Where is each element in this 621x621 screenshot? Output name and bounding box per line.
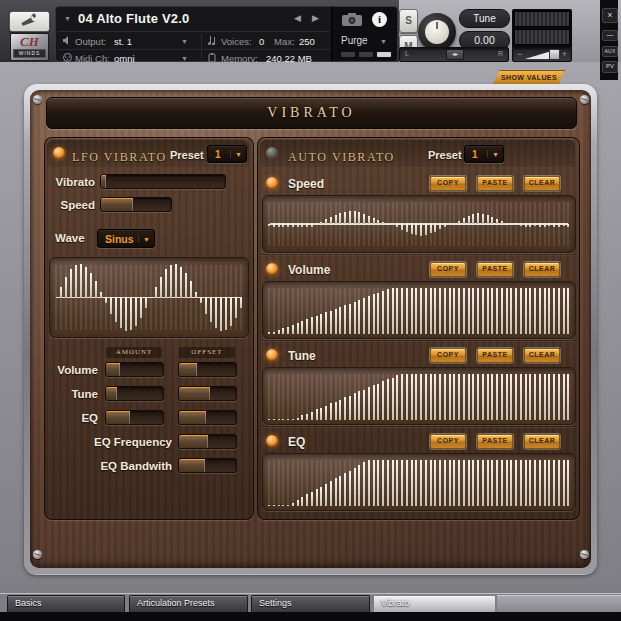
auto-tune-label: Tune	[288, 349, 316, 363]
status-led-2	[359, 52, 373, 57]
auto-preset-select[interactable]: 1 ▼	[464, 145, 504, 163]
eq-paste-button[interactable]: PASTE	[477, 434, 513, 449]
tab-rail-right	[497, 595, 621, 613]
lfo-power-led[interactable]	[53, 147, 65, 159]
close-button[interactable]: ×	[602, 8, 618, 23]
eq-amount-slider[interactable]	[105, 410, 164, 425]
camera-icon[interactable]	[342, 13, 362, 26]
speed-clear-button[interactable]: CLEAR	[524, 176, 560, 191]
auto-volume-led[interactable]	[266, 263, 278, 275]
lfo-vibrato-fill	[101, 175, 106, 188]
pv-button[interactable]: PV	[602, 61, 618, 73]
volume-amount-slider[interactable]	[105, 362, 164, 377]
offset-column-header: OFFSET	[179, 347, 235, 358]
auto-speed-table[interactable]	[262, 195, 576, 253]
lfo-vibrato-slider[interactable]	[100, 174, 226, 189]
minimize-button[interactable]: —	[602, 30, 618, 41]
tab-settings[interactable]: Settings	[251, 595, 370, 612]
eq-clear-button[interactable]: CLEAR	[524, 434, 560, 449]
fill	[179, 459, 205, 472]
instrument-dropdown-icon[interactable]: ▼	[64, 15, 71, 22]
tune-knob-pointer	[436, 22, 438, 29]
speed-paste-button[interactable]: PASTE	[477, 176, 513, 191]
volume-clear-button[interactable]: CLEAR	[524, 262, 560, 277]
auto-tune-waveform	[267, 371, 571, 421]
tune-label: Tune	[459, 9, 510, 28]
voices-icon	[208, 36, 218, 45]
wave-select[interactable]: Sinus ▼	[97, 229, 155, 248]
instrument-title: 04 Alto Flute V2.0	[78, 11, 189, 26]
auto-volume-waveform	[267, 285, 571, 335]
volume-offset-slider[interactable]	[178, 362, 237, 377]
fill	[179, 435, 208, 448]
auto-tune-led[interactable]	[266, 349, 278, 361]
volume-slider[interactable]: − +	[512, 47, 572, 62]
memory-icon	[208, 53, 216, 63]
lfo-speed-label: Speed	[40, 199, 95, 211]
tune-clear-button[interactable]: CLEAR	[524, 348, 560, 363]
output-value[interactable]: st. 1	[114, 36, 132, 47]
volume-handle[interactable]	[549, 49, 560, 60]
tab-basics[interactable]: Basics	[7, 595, 125, 612]
lfo-preset-select[interactable]: 1 ▼	[207, 145, 247, 163]
max-value[interactable]: 250	[299, 36, 315, 47]
auto-speed-waveform	[267, 199, 571, 249]
tab-vibrato[interactable]: Vibrato	[373, 595, 496, 612]
volume-copy-button[interactable]: COPY	[430, 262, 466, 277]
eq-frequency-slider[interactable]	[178, 434, 237, 449]
midi-ch-value[interactable]: omni	[114, 53, 135, 64]
solo-button[interactable]: S	[399, 9, 418, 33]
volume-plus-label: +	[562, 49, 567, 59]
eq-offset-slider[interactable]	[178, 410, 237, 425]
tune-copy-button[interactable]: COPY	[430, 348, 466, 363]
wrench-edit-button[interactable]	[9, 11, 50, 32]
eq-bandwith-slider[interactable]	[178, 458, 237, 473]
memory-label: Memory:	[221, 53, 258, 64]
eq-copy-button[interactable]: COPY	[430, 434, 466, 449]
wave-value: Sinus	[105, 233, 134, 245]
lfo-row-tune-label: Tune	[38, 388, 98, 400]
fill	[106, 387, 117, 400]
lfo-wave-display	[49, 257, 249, 338]
auto-volume-label: Volume	[288, 263, 330, 277]
tune-knob[interactable]	[418, 13, 456, 51]
prev-instrument-button[interactable]: ◀	[294, 13, 301, 23]
screw	[580, 550, 589, 559]
instrument-title-row: ▼ 04 Alto Flute V2.0 ◀ ▶	[56, 7, 332, 31]
purge-button[interactable]: Purge	[341, 35, 368, 46]
tune-offset-slider[interactable]	[178, 386, 237, 401]
tune-amount-slider[interactable]	[105, 386, 164, 401]
eq-bandwith-label: EQ Bandwith	[60, 460, 172, 472]
lfo-preset-value: 1	[215, 149, 221, 160]
auto-eq-table[interactable]	[262, 453, 576, 511]
aux-button[interactable]: AUX	[602, 46, 618, 57]
tune-knob-face	[425, 20, 449, 44]
auto-tune-table[interactable]	[262, 367, 576, 425]
auto-power-led[interactable]	[266, 147, 278, 159]
next-instrument-button[interactable]: ▶	[312, 13, 319, 23]
fill	[106, 363, 120, 376]
auto-eq-led[interactable]	[266, 435, 278, 447]
speaker-icon	[63, 36, 72, 45]
auto-speed-led[interactable]	[266, 177, 278, 189]
tune-paste-button[interactable]: PASTE	[477, 348, 513, 363]
memory-value: 240.22 MB	[266, 53, 312, 64]
volume-paste-button[interactable]: PASTE	[477, 262, 513, 277]
tab-articulation-presets[interactable]: Articulation Presets	[129, 595, 248, 612]
midi-dropdown-icon[interactable]: ▼	[181, 55, 188, 62]
pan-slider[interactable]: L R ◂▸	[399, 47, 509, 62]
lfo-row-volume-label: Volume	[38, 364, 98, 376]
plugin-window: CH WINDS ▼ 04 Alto Flute V2.0 ◀ ▶ Output…	[0, 0, 621, 621]
show-values-button[interactable]: SHOW VALUES	[493, 70, 565, 85]
auto-volume-table[interactable]	[262, 281, 576, 339]
screw	[580, 95, 589, 104]
lfo-speed-slider[interactable]	[100, 197, 172, 212]
output-dropdown-icon[interactable]: ▼	[181, 38, 188, 45]
speed-copy-button[interactable]: COPY	[430, 176, 466, 191]
lfo-preset-dropdown-icon: ▼	[230, 151, 242, 158]
row-divider	[260, 340, 575, 342]
pan-handle[interactable]: ◂▸	[446, 49, 464, 60]
output-row: Output: st. 1 ▼ Voices: 0 Max: 250	[56, 32, 332, 49]
info-icon[interactable]: i	[372, 12, 387, 27]
purge-dropdown-icon[interactable]: ▼	[380, 38, 387, 45]
